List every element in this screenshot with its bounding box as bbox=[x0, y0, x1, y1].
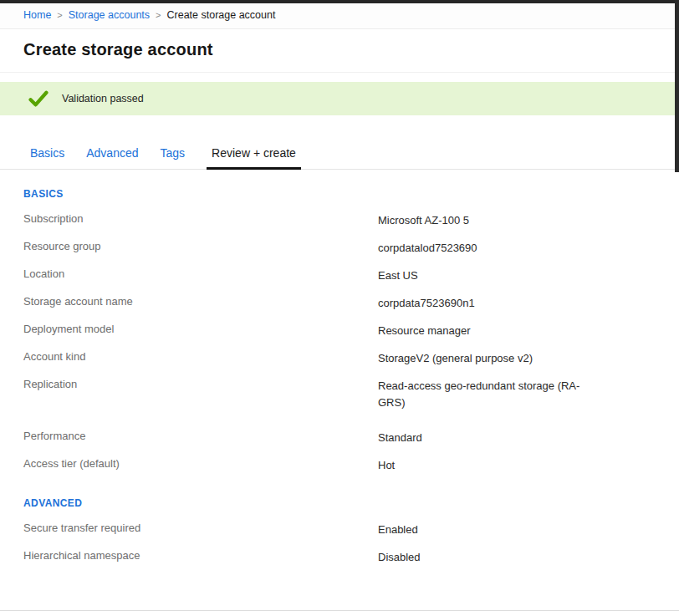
section-heading-advanced: ADVANCED bbox=[23, 497, 679, 509]
window-top-border bbox=[0, 0, 679, 3]
row-value: East US bbox=[378, 267, 418, 284]
row-performance: Performance Standard bbox=[23, 424, 679, 451]
row-value: corpdatalod7523690 bbox=[378, 240, 477, 257]
row-value: Microsoft AZ-100 5 bbox=[378, 212, 469, 229]
row-account-kind: Account kind StorageV2 (general purpose … bbox=[23, 345, 679, 373]
validation-banner: Validation passed bbox=[0, 82, 679, 115]
row-label: Replication bbox=[23, 378, 378, 390]
tab-bar: Basics Advanced Tags Review + create bbox=[30, 146, 679, 170]
row-replication: Replication Read-access geo-redundant st… bbox=[23, 373, 679, 417]
row-secure-transfer: Secure transfer required Enabled bbox=[23, 516, 679, 543]
section-heading-basics: BASICS bbox=[23, 188, 679, 200]
tab-review-create[interactable]: Review + create bbox=[207, 146, 301, 170]
tab-basics[interactable]: Basics bbox=[30, 146, 64, 170]
row-label: Storage account name bbox=[23, 295, 378, 308]
row-access-tier: Access tier (default) Hot bbox=[23, 451, 679, 479]
row-value: Hot bbox=[378, 457, 395, 474]
row-value: Standard bbox=[378, 430, 422, 446]
page-title: Create storage account bbox=[23, 40, 656, 59]
breadcrumb-separator-icon: > bbox=[156, 10, 161, 20]
breadcrumb-separator-icon: > bbox=[57, 10, 62, 20]
row-subscription: Subscription Microsoft AZ-100 5 bbox=[23, 206, 679, 234]
row-value: corpdata7523690n1 bbox=[378, 295, 475, 312]
row-storage-account-name: Storage account name corpdata7523690n1 bbox=[23, 289, 679, 317]
row-label: Deployment model bbox=[23, 323, 378, 335]
row-label: Resource group bbox=[23, 240, 378, 252]
row-label: Access tier (default) bbox=[23, 457, 378, 470]
tab-tags[interactable]: Tags bbox=[161, 146, 186, 170]
review-summary: BASICS Subscription Microsoft AZ-100 5 R… bbox=[0, 188, 679, 572]
title-block: Create storage account bbox=[0, 29, 679, 73]
row-label: Secure transfer required bbox=[23, 522, 378, 534]
row-hierarchical-namespace: Hierarchical namespace Disabled bbox=[23, 544, 679, 572]
row-label: Location bbox=[23, 267, 378, 280]
window-right-border bbox=[675, 0, 679, 172]
row-value: Resource manager bbox=[378, 323, 471, 339]
row-resource-group: Resource group corpdatalod7523690 bbox=[23, 234, 679, 262]
breadcrumb: Home > Storage accounts > Create storage… bbox=[0, 0, 679, 29]
footer-divider bbox=[0, 610, 679, 611]
row-label: Hierarchical namespace bbox=[23, 549, 378, 562]
tab-advanced[interactable]: Advanced bbox=[86, 146, 138, 170]
validation-banner-text: Validation passed bbox=[62, 93, 144, 104]
row-label: Account kind bbox=[23, 350, 378, 363]
row-label: Performance bbox=[23, 430, 378, 442]
breadcrumb-link-home[interactable]: Home bbox=[23, 9, 51, 21]
row-location: Location East US bbox=[23, 262, 679, 289]
row-label: Subscription bbox=[23, 212, 378, 225]
row-deployment-model: Deployment model Resource manager bbox=[23, 318, 679, 345]
row-value: Disabled bbox=[378, 549, 421, 566]
checkmark-icon bbox=[28, 90, 48, 108]
breadcrumb-link-storage-accounts[interactable]: Storage accounts bbox=[69, 9, 150, 21]
breadcrumb-current: Create storage account bbox=[167, 9, 276, 21]
row-value: Read-access geo-redundant storage (RA-GR… bbox=[378, 378, 589, 411]
row-value: Enabled bbox=[378, 522, 418, 538]
row-value: StorageV2 (general purpose v2) bbox=[378, 350, 533, 367]
